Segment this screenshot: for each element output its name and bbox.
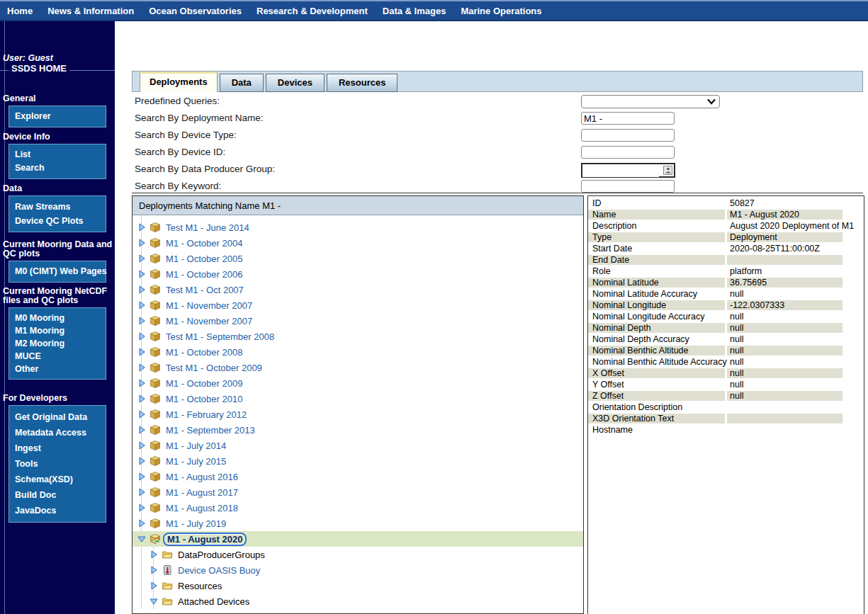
- expander-right-icon[interactable]: [137, 426, 146, 434]
- expander-right-icon[interactable]: [137, 410, 146, 419]
- tree-item-label[interactable]: M1 - August 2016: [166, 472, 238, 482]
- tab-resources[interactable]: Resources: [327, 74, 398, 92]
- sidebar-item[interactable]: Schema(XSD): [9, 472, 106, 487]
- tree-item[interactable]: M1 - July 2014: [133, 438, 583, 453]
- tree-item[interactable]: M1 - August 2016: [133, 469, 583, 484]
- data-producer-group-input[interactable]: [582, 166, 659, 177]
- sidebar-item[interactable]: Ingest: [9, 440, 106, 456]
- tree-item[interactable]: M1 - October 2005: [133, 251, 583, 266]
- expander-right-icon[interactable]: [150, 581, 158, 590]
- expander-right-icon[interactable]: [137, 457, 146, 465]
- device-type-input[interactable]: [581, 129, 675, 142]
- sidebar-item[interactable]: List: [9, 148, 106, 161]
- tree-item[interactable]: Resources: [133, 578, 583, 593]
- sidebar-item[interactable]: M1 Mooring: [9, 324, 106, 337]
- tree-item-label[interactable]: M1 - October 2006: [166, 269, 242, 280]
- expander-right-icon[interactable]: [150, 566, 158, 574]
- expander-right-icon[interactable]: [137, 504, 146, 512]
- tree-item[interactable]: Attached Devices: [133, 593, 583, 609]
- tree-item-label[interactable]: Resources: [178, 581, 222, 591]
- tree-item[interactable]: M1 - October 2004: [133, 235, 583, 251]
- predefined-queries-select[interactable]: [581, 95, 720, 108]
- topnav-item[interactable]: Home: [7, 6, 33, 16]
- keyword-input[interactable]: [581, 180, 675, 193]
- expander-right-icon[interactable]: [137, 332, 146, 341]
- tree-item-label[interactable]: M1 - October 2008: [166, 347, 242, 358]
- tree-item[interactable]: Test M1 - June 2014: [133, 220, 583, 235]
- topnav-item[interactable]: Marine Operations: [461, 6, 541, 16]
- sidebar-item[interactable]: M0 (CIMT) Web Pages: [9, 265, 106, 278]
- tree-item-label[interactable]: DataProducerGroups: [178, 550, 265, 560]
- tree-item[interactable]: Device OASIS Buoy: [133, 562, 583, 578]
- sidebar-item[interactable]: Tools: [9, 456, 106, 472]
- ssds-home-link[interactable]: SSDS HOME: [9, 63, 69, 74]
- tree-item-label[interactable]: Test M1 - June 2014: [166, 222, 249, 233]
- sidebar-item[interactable]: Metadata Access: [9, 425, 106, 440]
- tree-item-label[interactable]: Test M1 - October 2009: [166, 363, 262, 373]
- sidebar-item[interactable]: M0 Mooring: [9, 312, 106, 324]
- expander-right-icon[interactable]: [137, 301, 146, 309]
- tree-item-label[interactable]: M1 - July 2019: [166, 518, 226, 529]
- tree-item-label[interactable]: M1 - August 2018: [166, 503, 238, 513]
- tree-item[interactable]: M1 - February 2012: [133, 407, 583, 422]
- tree-item[interactable]: M1 - July 2019: [133, 516, 583, 531]
- tree-item[interactable]: M1 - October 2009: [133, 375, 583, 391]
- expander-down-icon[interactable]: [137, 535, 146, 543]
- tree-item-label[interactable]: M1 - October 2004: [166, 238, 242, 249]
- tree-item[interactable]: M1 - October 2006: [133, 266, 583, 282]
- tree-item-label[interactable]: M1 - August 2017: [166, 487, 238, 498]
- tree-item[interactable]: Test M1 - September 2008: [133, 329, 583, 344]
- tree-item-label[interactable]: Test M1 - Oct 2007: [166, 285, 244, 295]
- expander-right-icon[interactable]: [137, 348, 146, 356]
- sidebar-item[interactable]: Search: [9, 161, 106, 175]
- sidebar-item[interactable]: Raw Streams: [9, 200, 106, 214]
- expander-right-icon[interactable]: [137, 379, 146, 387]
- tree-item[interactable]: DataProducerGroups: [133, 547, 583, 562]
- expander-right-icon[interactable]: [150, 550, 158, 559]
- sidebar-item[interactable]: Build Doc: [9, 487, 106, 503]
- tab-data[interactable]: Data: [220, 74, 264, 92]
- tree-item[interactable]: M1 - October 2010: [133, 391, 583, 407]
- sidebar-item[interactable]: M2 Mooring: [9, 337, 106, 350]
- tree-item-label[interactable]: M1 - October 2009: [166, 378, 242, 389]
- sidebar-item[interactable]: MUCE: [9, 350, 106, 363]
- expander-right-icon[interactable]: [137, 254, 146, 263]
- tree-item[interactable]: M1 - October 2008: [133, 344, 583, 360]
- tree-item[interactable]: M1 - November 2007: [133, 297, 583, 313]
- tree-item-label[interactable]: M1 - July 2015: [166, 456, 226, 467]
- tree-item[interactable]: M1 - November 2007: [133, 313, 583, 329]
- topnav-item[interactable]: News & Information: [47, 6, 134, 16]
- expander-right-icon[interactable]: [137, 394, 146, 403]
- expander-right-icon[interactable]: [137, 488, 146, 496]
- tree-item-label[interactable]: M1 - October 2010: [166, 394, 242, 404]
- tree-item-label[interactable]: M1 - August 2020: [163, 533, 247, 546]
- expander-right-icon[interactable]: [137, 363, 146, 372]
- tree-item-label[interactable]: Test M1 - September 2008: [166, 331, 274, 342]
- tree-item[interactable]: M1 - August 2017: [133, 484, 583, 500]
- tree-item[interactable]: M1 - July 2015: [133, 453, 583, 469]
- expander-right-icon[interactable]: [137, 519, 146, 528]
- tree-item-label[interactable]: M1 - February 2012: [166, 409, 247, 420]
- topnav-item[interactable]: Data & Images: [383, 6, 446, 16]
- tree-item[interactable]: Test M1 - Oct 2007: [133, 282, 583, 297]
- tree-item-label[interactable]: M1 - October 2005: [166, 254, 242, 264]
- tree-item[interactable]: Test M1 - October 2009: [133, 360, 583, 375]
- tree-item[interactable]: M1 - August 2020: [133, 531, 583, 547]
- expander-right-icon[interactable]: [137, 317, 146, 325]
- sidebar-item[interactable]: Other: [9, 363, 106, 375]
- sidebar-item[interactable]: Device QC Plots: [9, 214, 106, 228]
- expander-down-icon[interactable]: [150, 597, 158, 606]
- topnav-item[interactable]: Research & Development: [257, 6, 368, 16]
- tab-deployments[interactable]: Deployments: [140, 72, 218, 92]
- expander-right-icon[interactable]: [137, 270, 146, 278]
- tree-item-label[interactable]: M1 - September 2013: [166, 425, 255, 436]
- expander-right-icon[interactable]: [137, 472, 146, 481]
- expander-right-icon[interactable]: [137, 223, 146, 232]
- tree-item-label[interactable]: M1 - November 2007: [166, 300, 252, 311]
- tree-item[interactable]: M1 - August 2018: [133, 500, 583, 516]
- tree-item[interactable]: M1 - September 2013: [133, 422, 583, 438]
- device-id-input[interactable]: [581, 146, 675, 159]
- sidebar-item[interactable]: Get Original Data: [9, 409, 106, 425]
- sidebar-item[interactable]: Explorer: [9, 110, 106, 123]
- topnav-item[interactable]: Ocean Observatories: [149, 6, 242, 16]
